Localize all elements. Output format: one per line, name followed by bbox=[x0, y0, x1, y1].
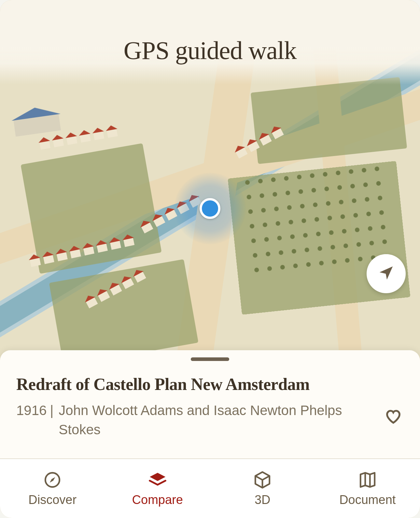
svg-marker-142 bbox=[150, 473, 165, 481]
map-meta-text: 1916 | John Wolcott Adams and Isaac Newt… bbox=[16, 401, 375, 439]
map-author: John Wolcott Adams and Isaac Newton Phel… bbox=[59, 401, 375, 439]
tab-3d[interactable]: 3D bbox=[210, 459, 315, 518]
svg-rect-2 bbox=[21, 143, 161, 274]
location-arrow-icon bbox=[377, 264, 395, 283]
app-screen: GPS guided walk Redraft of Castello Plan… bbox=[0, 0, 420, 518]
tab-label: 3D bbox=[255, 493, 271, 507]
tab-document[interactable]: Document bbox=[315, 459, 420, 518]
cube-icon bbox=[253, 470, 272, 490]
map-fold-icon bbox=[358, 470, 377, 490]
map-title: Redraft of Castello Plan New Amsterdam bbox=[16, 375, 404, 394]
map-meta: 1916 | John Wolcott Adams and Isaac Newt… bbox=[16, 401, 404, 439]
favorite-button[interactable] bbox=[383, 407, 404, 428]
tab-bar: Discover Compare 3D bbox=[0, 458, 420, 518]
tab-label: Document bbox=[339, 493, 396, 507]
map-year: 1916 bbox=[16, 401, 47, 439]
tab-discover[interactable]: Discover bbox=[0, 459, 105, 518]
tab-label: Compare bbox=[132, 493, 183, 507]
info-sheet[interactable]: Redraft of Castello Plan New Amsterdam 1… bbox=[0, 350, 420, 458]
tab-compare[interactable]: Compare bbox=[105, 459, 210, 518]
compass-icon bbox=[43, 470, 62, 490]
sheet-grabber[interactable] bbox=[191, 357, 229, 361]
gps-location-dot bbox=[200, 198, 220, 219]
meta-separator: | bbox=[47, 401, 59, 439]
tab-label: Discover bbox=[28, 493, 77, 507]
heart-icon bbox=[385, 408, 402, 427]
svg-marker-141 bbox=[50, 477, 55, 483]
recenter-button[interactable] bbox=[367, 254, 406, 293]
layers-icon bbox=[148, 470, 167, 490]
